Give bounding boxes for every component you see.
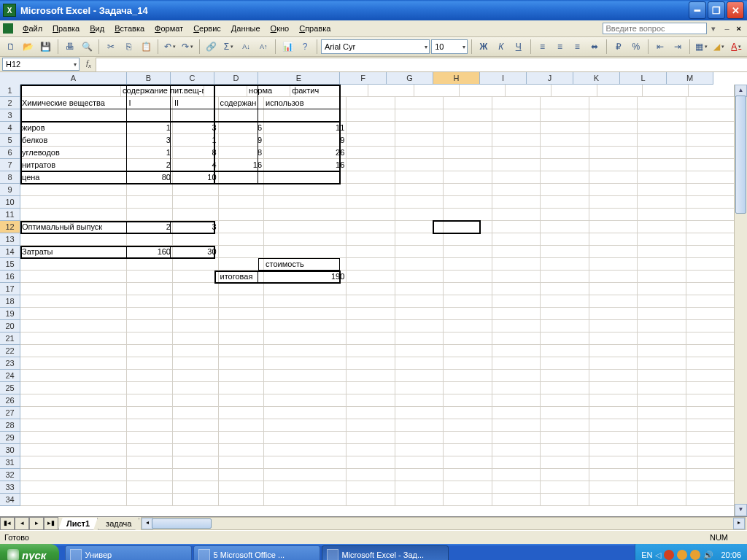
cell-K15[interactable]	[589, 258, 638, 271]
cell-L25[interactable]	[638, 382, 686, 394]
cell-D32[interactable]	[219, 469, 265, 481]
cell-M15[interactable]	[686, 258, 735, 271]
row-header-8[interactable]: 8	[0, 171, 20, 184]
print-icon[interactable]: 🖶	[62, 39, 78, 55]
cell-E24[interactable]	[264, 370, 347, 382]
cell-C9[interactable]	[173, 184, 219, 196]
col-header-B[interactable]: B	[127, 72, 171, 85]
cell-B34[interactable]	[127, 494, 173, 506]
cell-L28[interactable]	[638, 419, 686, 432]
cell-M4[interactable]	[686, 122, 735, 134]
cell-C22[interactable]	[173, 345, 219, 357]
cell-J25[interactable]	[541, 382, 589, 394]
cell-I23[interactable]	[492, 357, 541, 370]
cell-M9[interactable]	[686, 184, 735, 196]
cell-A27[interactable]	[20, 407, 127, 419]
row-header-16[interactable]: 16	[0, 271, 20, 283]
cell-A10[interactable]	[20, 196, 127, 209]
cell-M21[interactable]	[686, 332, 735, 345]
cell-I34[interactable]	[492, 494, 541, 506]
cell-L20[interactable]	[638, 320, 686, 332]
cell-H16[interactable]	[444, 271, 492, 283]
print-preview-icon[interactable]: 🔍	[80, 39, 96, 55]
cell-F16[interactable]	[347, 271, 395, 283]
cell-E13[interactable]	[264, 233, 347, 246]
cell-C1[interactable]	[204, 85, 247, 97]
row-header-4[interactable]: 4	[0, 122, 20, 134]
cell-F1[interactable]	[368, 85, 414, 97]
cell-F22[interactable]	[347, 345, 395, 357]
cell-A23[interactable]	[20, 357, 127, 370]
cell-M19[interactable]	[686, 308, 735, 320]
cell-A3[interactable]	[20, 109, 127, 122]
window-minimize-button[interactable]: ━	[689, 1, 706, 19]
col-header-D[interactable]: D	[214, 72, 258, 85]
cell-C29[interactable]	[173, 432, 219, 444]
cell-K24[interactable]	[589, 370, 638, 382]
cell-A32[interactable]	[20, 469, 127, 481]
cell-I26[interactable]	[492, 394, 541, 407]
cell-M11[interactable]	[686, 209, 735, 221]
cell-J3[interactable]	[541, 109, 589, 122]
help-search[interactable]	[603, 23, 707, 34]
cell-L23[interactable]	[638, 357, 686, 370]
cell-D2[interactable]: содержан	[219, 97, 265, 109]
cell-K22[interactable]	[589, 345, 638, 357]
cell-B20[interactable]	[127, 320, 173, 332]
cell-B23[interactable]	[127, 357, 173, 370]
menu-правка[interactable]: Правка	[47, 22, 85, 35]
percent-icon[interactable]: %	[628, 39, 644, 55]
cell-D14[interactable]	[219, 246, 265, 258]
cell-C11[interactable]	[173, 209, 219, 221]
cell-I4[interactable]	[492, 122, 541, 134]
cell-C16[interactable]	[173, 271, 219, 283]
cell-L33[interactable]	[638, 481, 686, 494]
cell-I29[interactable]	[492, 432, 541, 444]
cell-B19[interactable]	[127, 308, 173, 320]
cell-L22[interactable]	[638, 345, 686, 357]
cell-K21[interactable]	[589, 332, 638, 345]
cell-H20[interactable]	[444, 320, 492, 332]
cell-F27[interactable]	[347, 407, 395, 419]
cell-A17[interactable]	[20, 283, 127, 295]
cell-A13[interactable]	[20, 233, 127, 246]
cell-C33[interactable]	[173, 481, 219, 494]
cell-K10[interactable]	[589, 196, 638, 209]
row-header-19[interactable]: 19	[0, 308, 20, 320]
cell-D24[interactable]	[219, 370, 265, 382]
cell-K29[interactable]	[589, 432, 638, 444]
cell-C12[interactable]: 3	[173, 221, 219, 233]
cell-F34[interactable]	[347, 494, 395, 506]
cell-A1[interactable]	[20, 85, 121, 97]
cell-C21[interactable]	[173, 332, 219, 345]
cell-L9[interactable]	[638, 184, 686, 196]
menu-окно[interactable]: Окно	[266, 22, 295, 35]
cell-M5[interactable]	[686, 134, 735, 147]
row-header-2[interactable]: 2	[0, 97, 20, 109]
cell-E32[interactable]	[264, 469, 347, 481]
cell-grid[interactable]: содержание пит.вещ-внормафактичХимически…	[20, 85, 735, 516]
col-header-C[interactable]: C	[171, 72, 214, 85]
cell-J13[interactable]	[541, 233, 589, 246]
row-header-14[interactable]: 14	[0, 246, 20, 258]
fx-icon[interactable]: fx	[82, 58, 96, 69]
cell-C7[interactable]: 4	[173, 159, 219, 171]
cell-K11[interactable]	[589, 209, 638, 221]
cell-B13[interactable]	[127, 233, 173, 246]
cell-K25[interactable]	[589, 382, 638, 394]
cell-L31[interactable]	[638, 456, 686, 469]
cell-F29[interactable]	[347, 432, 395, 444]
cell-L1[interactable]	[643, 85, 689, 97]
menu-справка[interactable]: Справка	[294, 22, 336, 35]
cell-K4[interactable]	[589, 122, 638, 134]
cell-F8[interactable]	[347, 171, 395, 184]
cell-I27[interactable]	[492, 407, 541, 419]
vertical-scrollbar[interactable]: ▲ ▼	[734, 85, 747, 516]
cell-K9[interactable]	[589, 184, 638, 196]
column-headers[interactable]: ABCDEFGHIJKLM	[20, 72, 713, 85]
cell-A12[interactable]: Оптимальный выпуск	[20, 221, 127, 233]
cell-L21[interactable]	[638, 332, 686, 345]
cell-K30[interactable]	[589, 444, 638, 456]
cell-F3[interactable]	[347, 109, 395, 122]
cell-L19[interactable]	[638, 308, 686, 320]
